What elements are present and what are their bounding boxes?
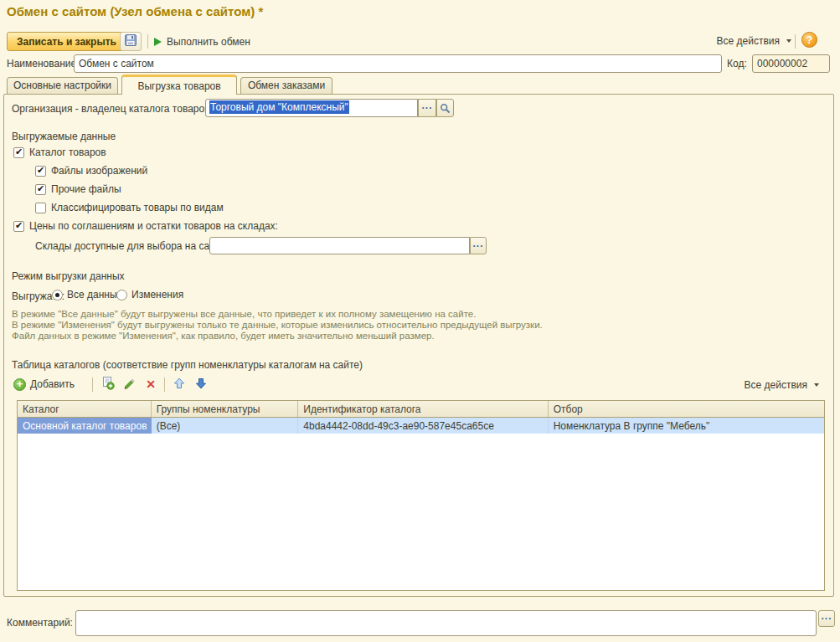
- tab-order-exchange[interactable]: Обмен заказами: [240, 77, 332, 95]
- exchange-node-window: Обмен с сайтом (Узел обмена с сайтом) * …: [0, 0, 840, 642]
- name-label: Наименование:: [7, 58, 80, 69]
- tab-content-panel: [3, 94, 834, 597]
- toolbar-separator: [795, 34, 796, 49]
- comment-input[interactable]: [75, 610, 817, 636]
- all-actions-label-top: Все действия: [717, 35, 780, 47]
- page-title: Обмен с сайтом (Узел обмена с сайтом) *: [7, 4, 263, 18]
- run-exchange-label: Выполнить обмен: [167, 36, 250, 48]
- comment-label: Комментарий:: [7, 617, 73, 629]
- tab-goods-export[interactable]: Выгрузка товаров: [121, 74, 237, 95]
- comment-expand-button[interactable]: ...: [818, 610, 835, 627]
- chevron-down-icon: [786, 39, 791, 43]
- floppy-disk-icon: [124, 33, 137, 49]
- save-button[interactable]: [120, 32, 142, 51]
- tab-main-settings[interactable]: Основные настройки: [7, 77, 118, 95]
- code-label: Код:: [727, 58, 747, 69]
- help-button[interactable]: ?: [801, 32, 817, 48]
- play-icon: [154, 38, 162, 46]
- save-close-button[interactable]: Записать и закрыть: [7, 32, 126, 51]
- toolbar-separator: [147, 34, 148, 49]
- run-exchange-button[interactable]: Выполнить обмен: [154, 32, 250, 51]
- code-input[interactable]: [752, 54, 830, 73]
- name-input[interactable]: [74, 54, 722, 73]
- all-actions-button-top[interactable]: Все действия: [717, 33, 791, 49]
